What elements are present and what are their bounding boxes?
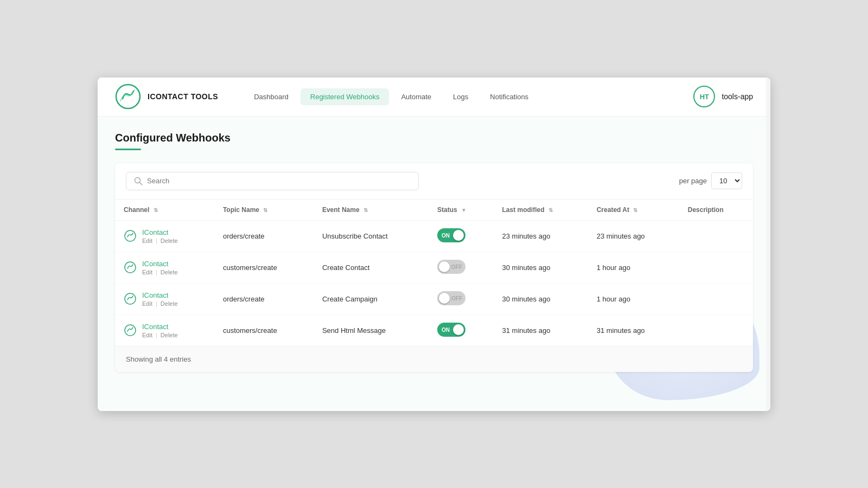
nav-automate[interactable]: Automate xyxy=(391,88,441,105)
toggle-thumb-0 xyxy=(453,230,464,241)
cell-event-3: Send Html Message xyxy=(314,314,429,346)
channel-name-0: IContact xyxy=(142,228,178,236)
col-event: Event Name ⇅ xyxy=(314,200,429,221)
delete-link-3[interactable]: Delete xyxy=(161,332,178,338)
svg-point-5 xyxy=(125,293,136,304)
delete-link-1[interactable]: Delete xyxy=(161,269,178,275)
cell-created-at-3: 31 minutes ago xyxy=(588,314,679,346)
sort-channel-icon[interactable]: ⇅ xyxy=(154,207,158,213)
delete-link-0[interactable]: Delete xyxy=(161,237,178,244)
channel-actions-1: Edit | Delete xyxy=(142,269,178,275)
cell-status-2: OFF xyxy=(429,283,493,314)
cell-channel-1: IContact Edit | Delete xyxy=(115,252,214,283)
channel-actions-0: Edit | Delete xyxy=(142,237,178,244)
nav-dashboard[interactable]: Dashboard xyxy=(244,88,298,105)
sort-event-icon[interactable]: ⇅ xyxy=(363,207,368,213)
col-description: Description xyxy=(679,200,753,221)
col-created-at: Created At ⇅ xyxy=(588,200,679,221)
cell-description-1 xyxy=(679,252,753,283)
toggle-track-3[interactable]: ON xyxy=(437,323,465,337)
channel-actions-3: Edit | Delete xyxy=(142,332,178,338)
cell-topic-0: orders/create xyxy=(214,220,314,252)
col-channel: Channel ⇅ xyxy=(115,200,214,221)
table-wrapper: per page 10 25 50 Channel xyxy=(115,163,753,372)
search-input[interactable] xyxy=(147,177,411,185)
channel-actions-2: Edit | Delete xyxy=(142,300,178,307)
cell-created-at-0: 23 minutes ago xyxy=(588,220,679,252)
sort-modified-icon[interactable]: ⇅ xyxy=(548,207,553,213)
cell-event-0: Unsubscribe Contact xyxy=(314,220,429,252)
channel-icon-3 xyxy=(124,324,137,337)
table-container: per page 10 25 50 Channel xyxy=(115,163,753,372)
col-status: Status ▼ xyxy=(429,200,493,221)
per-page-select[interactable]: 10 25 50 xyxy=(711,172,742,189)
nav-registered-webhooks[interactable]: Registered Webhooks xyxy=(301,88,390,105)
logo-area: ICONTACT TOOLS xyxy=(115,84,218,110)
user-area: HT tools-app xyxy=(693,86,753,107)
cell-topic-2: orders/create xyxy=(214,283,314,314)
cell-last-modified-2: 30 minutes ago xyxy=(494,283,588,314)
toggle-thumb-1 xyxy=(439,261,450,272)
cell-description-3 xyxy=(679,314,753,346)
navbar: ICONTACT TOOLS Dashboard Registered Webh… xyxy=(98,78,770,117)
table-row: IContact Edit | Delete customers/create … xyxy=(115,314,753,346)
edit-link-1[interactable]: Edit xyxy=(142,269,152,275)
page-title: Configured Webhooks xyxy=(115,132,753,144)
col-last-modified: Last modified ⇅ xyxy=(494,200,588,221)
toggle-track-1[interactable]: OFF xyxy=(437,260,465,274)
avatar: HT xyxy=(693,86,715,107)
cell-description-0 xyxy=(679,220,753,252)
edit-link-3[interactable]: Edit xyxy=(142,332,152,338)
toggle-thumb-3 xyxy=(453,324,464,335)
table-header-row: Channel ⇅ Topic Name ⇅ Event Name ⇅ xyxy=(115,200,753,221)
webhooks-table: Channel ⇅ Topic Name ⇅ Event Name ⇅ xyxy=(115,200,753,346)
cell-status-3: ON xyxy=(429,314,493,346)
nav-notifications[interactable]: Notifications xyxy=(480,88,538,105)
edit-link-0[interactable]: Edit xyxy=(142,237,152,244)
toggle-track-0[interactable]: ON xyxy=(437,228,465,242)
entries-count: Showing all 4 entries xyxy=(126,355,191,363)
channel-name-3: IContact xyxy=(142,323,178,331)
col-topic: Topic Name ⇅ xyxy=(214,200,314,221)
svg-point-0 xyxy=(116,85,140,108)
cell-last-modified-3: 31 minutes ago xyxy=(494,314,588,346)
cell-status-1: OFF xyxy=(429,252,493,283)
logo-icon xyxy=(115,84,141,110)
cell-topic-3: customers/create xyxy=(214,314,314,346)
toggle-0[interactable]: ON xyxy=(437,228,465,242)
toggle-thumb-2 xyxy=(439,293,450,304)
sort-topic-icon[interactable]: ⇅ xyxy=(263,207,267,213)
channel-info-1: IContact Edit | Delete xyxy=(142,260,178,275)
channel-info-0: IContact Edit | Delete xyxy=(142,228,178,244)
channel-name-1: IContact xyxy=(142,260,178,268)
cell-status-0: ON xyxy=(429,220,493,252)
cell-description-2 xyxy=(679,283,753,314)
channel-icon-2 xyxy=(124,292,137,305)
svg-point-6 xyxy=(125,325,136,336)
toggle-2[interactable]: OFF xyxy=(437,291,465,305)
cell-channel-0: IContact Edit | Delete xyxy=(115,220,214,252)
svg-point-4 xyxy=(125,262,136,273)
search-icon xyxy=(134,177,143,185)
app-title: ICONTACT TOOLS xyxy=(148,92,218,101)
toggle-track-2[interactable]: OFF xyxy=(437,291,465,305)
table-row: IContact Edit | Delete orders/create Cre… xyxy=(115,283,753,314)
edit-link-2[interactable]: Edit xyxy=(142,300,152,307)
nav-logs[interactable]: Logs xyxy=(443,88,478,105)
cell-created-at-1: 1 hour ago xyxy=(588,252,679,283)
browser-window: ICONTACT TOOLS Dashboard Registered Webh… xyxy=(98,78,770,411)
per-page-area: per page 10 25 50 xyxy=(679,172,742,189)
page-title-area: Configured Webhooks xyxy=(115,132,753,150)
cell-channel-2: IContact Edit | Delete xyxy=(115,283,214,314)
filter-status-icon[interactable]: ▼ xyxy=(461,207,467,213)
channel-info-3: IContact Edit | Delete xyxy=(142,323,178,338)
cell-topic-1: customers/create xyxy=(214,252,314,283)
delete-link-2[interactable]: Delete xyxy=(161,300,178,307)
title-underline xyxy=(115,149,141,150)
table-row: IContact Edit | Delete orders/create Uns… xyxy=(115,220,753,252)
toggle-1[interactable]: OFF xyxy=(437,260,465,274)
toggle-3[interactable]: ON xyxy=(437,323,465,337)
cell-last-modified-1: 30 minutes ago xyxy=(494,252,588,283)
sort-created-icon[interactable]: ⇅ xyxy=(633,207,637,213)
table-row: IContact Edit | Delete customers/create … xyxy=(115,252,753,283)
